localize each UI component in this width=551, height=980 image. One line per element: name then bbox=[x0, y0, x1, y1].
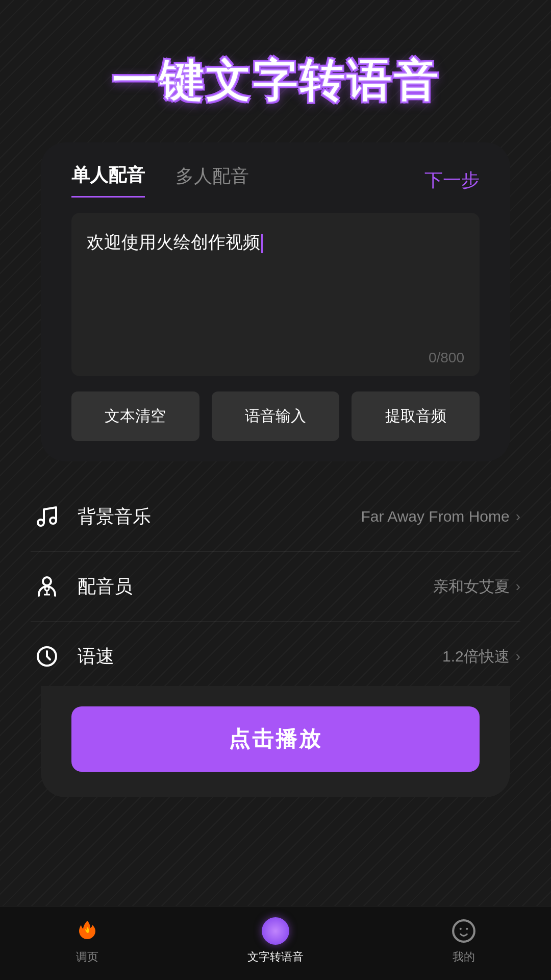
svg-point-3 bbox=[45, 586, 49, 591]
voice-actor-label: 配音员 bbox=[78, 574, 133, 599]
svg-point-1 bbox=[50, 518, 56, 524]
bottom-nav: 调页 文字转语音 我的 bbox=[0, 906, 551, 980]
setting-row-bg-music[interactable]: 背景音乐 Far Away From Home › bbox=[31, 482, 520, 552]
play-button[interactable]: 点击播放 bbox=[71, 706, 480, 772]
nav-label-tts: 文字转语音 bbox=[247, 949, 304, 965]
nav-label-discover: 调页 bbox=[76, 949, 98, 965]
text-cursor bbox=[261, 234, 263, 253]
voice-actor-value[interactable]: 亲和女艾夏 › bbox=[433, 576, 520, 597]
speed-value[interactable]: 1.2倍快速 › bbox=[442, 646, 520, 667]
voice-input-button[interactable]: 语音输入 bbox=[212, 391, 340, 441]
tts-icon bbox=[261, 917, 290, 945]
phone-card: 单人配音 多人配音 下一步 欢迎使用火绘创作视频 0/800 文本清空 语音输入… bbox=[41, 142, 510, 461]
text-editor-area[interactable]: 欢迎使用火绘创作视频 0/800 bbox=[71, 213, 480, 376]
music-icon bbox=[31, 500, 63, 533]
tab-solo[interactable]: 单人配音 bbox=[71, 163, 145, 198]
settings-section: 背景音乐 Far Away From Home › 配音员 亲和女艾夏 › bbox=[0, 482, 551, 691]
nav-label-mine: 我的 bbox=[453, 949, 475, 965]
nav-item-discover[interactable]: 调页 bbox=[73, 917, 102, 965]
speed-label: 语速 bbox=[78, 644, 114, 669]
extract-audio-button[interactable]: 提取音频 bbox=[352, 391, 480, 441]
chevron-right-icon: › bbox=[516, 578, 520, 595]
bg-music-value[interactable]: Far Away From Home › bbox=[361, 508, 520, 525]
nav-item-tts[interactable]: 文字转语音 bbox=[247, 917, 304, 965]
discover-icon bbox=[73, 917, 102, 945]
clear-text-button[interactable]: 文本清空 bbox=[71, 391, 199, 441]
hero-title-text: 一键文字转语音 bbox=[111, 56, 440, 106]
svg-point-8 bbox=[460, 928, 462, 930]
play-card: 点击播放 bbox=[41, 686, 510, 797]
hero-title-section: 一键文字转语音 bbox=[0, 0, 551, 142]
svg-point-2 bbox=[43, 577, 51, 585]
chevron-right-icon: › bbox=[516, 648, 520, 665]
setting-row-voice-actor[interactable]: 配音员 亲和女艾夏 › bbox=[31, 552, 520, 622]
tab-multi[interactable]: 多人配音 bbox=[176, 164, 249, 197]
next-step-button[interactable]: 下一步 bbox=[424, 168, 480, 193]
editor-text: 欢迎使用火绘创作视频 bbox=[87, 228, 464, 256]
setting-row-speed[interactable]: 语速 1.2倍快速 › bbox=[31, 622, 520, 691]
clock-icon bbox=[31, 640, 63, 673]
bg-music-label: 背景音乐 bbox=[78, 504, 151, 529]
action-buttons-row: 文本清空 语音输入 提取音频 bbox=[71, 391, 480, 441]
chevron-right-icon: › bbox=[516, 508, 520, 525]
tabs-row: 单人配音 多人配音 下一步 bbox=[41, 142, 510, 198]
person-icon bbox=[31, 570, 63, 603]
char-count-display: 0/800 bbox=[429, 350, 464, 366]
svg-point-7 bbox=[453, 920, 474, 942]
svg-point-9 bbox=[466, 928, 468, 930]
svg-point-0 bbox=[38, 520, 44, 526]
blob-indicator bbox=[262, 917, 289, 945]
nav-item-mine[interactable]: 我的 bbox=[449, 917, 478, 965]
mine-icon bbox=[449, 917, 478, 945]
